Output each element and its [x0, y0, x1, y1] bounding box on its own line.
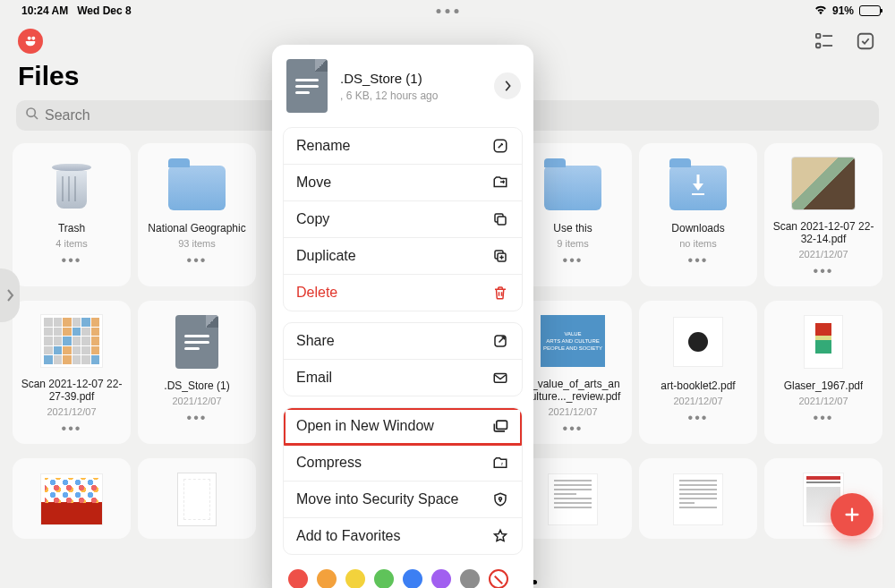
svg-rect-4 — [858, 34, 874, 49]
file-more-button[interactable]: ••• — [814, 410, 834, 426]
svg-rect-0 — [816, 34, 821, 38]
file-item-scan-image[interactable]: Scan 2021-12-07 22-32-14.pdf 2021/12/07 … — [764, 143, 882, 286]
menu-share[interactable]: Share — [284, 323, 522, 360]
menu-move[interactable]: Move — [284, 165, 522, 201]
menu-security-space[interactable]: Move into Security Space — [284, 481, 522, 518]
battery-icon — [859, 5, 881, 16]
menu-label: Add to Favorites — [296, 528, 401, 544]
color-tags-row — [272, 566, 533, 588]
status-bar: 10:24 AM Wed Dec 8 91% — [0, 0, 895, 21]
file-item-booklet2[interactable]: art-booklet2.pdf 2021/12/07 ••• — [639, 301, 757, 444]
app-logo-icon[interactable] — [18, 29, 43, 54]
file-item-glaser[interactable]: Glaser_1967.pdf 2021/12/07 ••• — [764, 301, 882, 444]
color-tag-orange[interactable] — [317, 569, 337, 588]
svg-point-5 — [27, 108, 35, 116]
menu-rename[interactable]: Rename — [284, 128, 522, 165]
file-name: .DS_Store (1) — [164, 379, 229, 392]
file-sub: no items — [679, 238, 717, 249]
file-sub: 4 items — [55, 238, 87, 249]
color-tag-red[interactable] — [288, 569, 308, 588]
menu-duplicate[interactable]: Duplicate — [284, 238, 522, 275]
file-name: Scan 2021-12-07 22-27-39.pdf — [18, 378, 125, 403]
menu-label: Move into Security Space — [296, 491, 458, 507]
file-more-button[interactable]: ••• — [688, 410, 709, 426]
pdf-thumb-icon — [804, 315, 843, 369]
file-name: Glaser_1967.pdf — [784, 379, 864, 392]
file-more-button[interactable]: ••• — [187, 410, 208, 426]
file-more-button[interactable]: ••• — [563, 421, 584, 437]
menu-open-new-window[interactable]: Open in New Window — [284, 408, 522, 445]
view-list-button[interactable] — [813, 30, 836, 53]
menu-label: Share — [296, 333, 335, 349]
color-tag-gray[interactable] — [460, 569, 480, 588]
file-more-button[interactable]: ••• — [62, 421, 82, 437]
star-icon — [491, 527, 509, 545]
file-more-button[interactable]: ••• — [563, 252, 584, 268]
menu-label: Copy — [296, 211, 329, 227]
menu-email[interactable]: Email — [284, 360, 522, 396]
svg-rect-2 — [816, 44, 821, 48]
color-tag-yellow[interactable] — [345, 569, 365, 588]
context-file-info[interactable]: .DS_Store (1) , 6 KB, 12 hours ago — [272, 45, 533, 127]
duplicate-icon — [491, 247, 509, 265]
file-sub: 2021/12/07 — [548, 406, 597, 417]
document-icon — [175, 315, 218, 369]
slide-over-handle[interactable] — [0, 268, 20, 322]
file-item-trash[interactable]: Trash 4 items ••• — [13, 143, 131, 286]
pdf-thumb-icon — [673, 317, 723, 367]
trash-icon — [52, 160, 91, 209]
file-name: Downloads — [671, 222, 724, 234]
status-date: Wed Dec 8 — [77, 4, 131, 17]
file-more-button[interactable]: ••• — [688, 252, 709, 268]
menu-label: Move — [296, 175, 331, 191]
multitask-dots[interactable] — [437, 9, 459, 13]
svg-rect-8 — [498, 217, 506, 225]
color-tag-blue[interactable] — [403, 569, 422, 588]
svg-rect-11 — [494, 374, 507, 383]
svg-line-6 — [34, 115, 38, 119]
file-sub: 93 items — [178, 238, 216, 249]
chevron-right-icon[interactable] — [494, 72, 521, 99]
color-tag-purple[interactable] — [431, 569, 451, 588]
image-thumb-icon — [791, 157, 856, 210]
context-file-title: .DS_Store (1) — [340, 71, 482, 86]
file-item-scan-pdf[interactable]: Scan 2021-12-07 22-27-39.pdf 2021/12/07 … — [13, 301, 131, 444]
menu-label: Delete — [296, 285, 337, 301]
folder-icon — [544, 166, 601, 210]
file-item-downloads[interactable]: Downloads no items ••• — [639, 143, 757, 286]
wifi-icon — [814, 4, 827, 18]
file-name: art-booklet2.pdf — [661, 379, 735, 392]
window-icon — [491, 417, 509, 435]
select-button[interactable] — [854, 30, 877, 53]
file-item-dsstore[interactable]: .DS_Store (1) 2021/12/07 ••• — [138, 301, 256, 444]
file-item-folder[interactable]: National Geographic 93 items ••• — [138, 143, 256, 286]
file-item-math[interactable] — [13, 458, 131, 539]
color-tag-none[interactable] — [489, 569, 508, 588]
pdf-thumb-icon — [548, 473, 598, 525]
file-more-button[interactable]: ••• — [814, 263, 834, 279]
menu-copy[interactable]: Copy — [284, 201, 522, 238]
color-tag-green[interactable] — [374, 569, 394, 588]
file-more-button[interactable]: ••• — [62, 252, 82, 268]
document-icon — [286, 59, 328, 113]
status-time: 10:24 AM — [21, 4, 68, 17]
file-sub: 2021/12/07 — [798, 249, 848, 260]
file-sub: 9 items — [557, 238, 588, 249]
pdf-thumb-icon — [40, 473, 103, 525]
edit-icon — [491, 137, 509, 155]
file-name: Trash — [58, 222, 85, 234]
menu-label: Rename — [296, 138, 350, 154]
file-item-text2[interactable] — [639, 458, 757, 539]
svg-rect-12 — [497, 421, 507, 429]
file-sub: 2021/12/07 — [47, 406, 96, 417]
menu-group-3: Open in New Window Compress z Move into … — [283, 407, 523, 555]
menu-add-favorites[interactable]: Add to Favorites — [284, 518, 522, 554]
pdf-thumb-icon — [673, 473, 723, 525]
file-item-booklet[interactable] — [138, 458, 256, 539]
menu-compress[interactable]: Compress z — [284, 445, 522, 481]
file-more-button[interactable]: ••• — [187, 252, 208, 268]
menu-delete[interactable]: Delete — [284, 275, 522, 311]
shield-icon — [491, 490, 509, 508]
add-button[interactable] — [831, 493, 874, 536]
pdf-thumb-icon — [40, 314, 103, 368]
